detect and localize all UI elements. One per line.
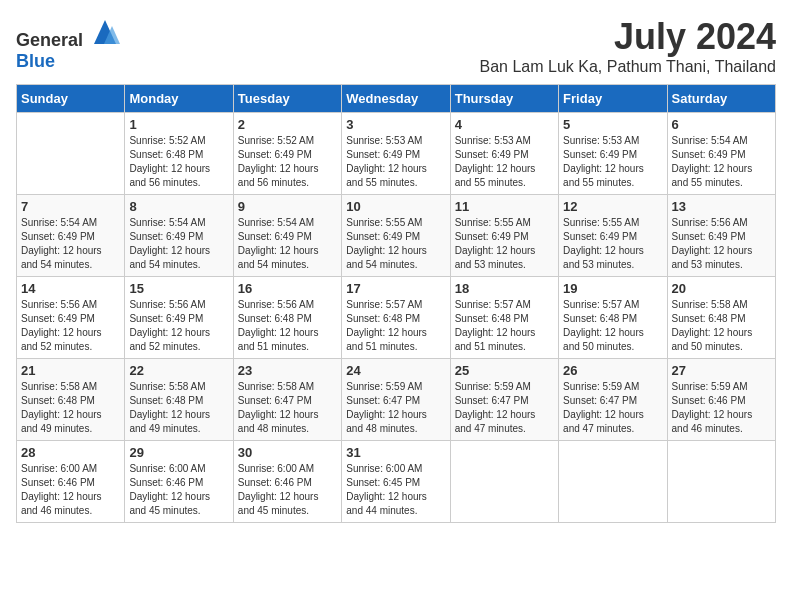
calendar-cell: 10Sunrise: 5:55 AM Sunset: 6:49 PM Dayli…	[342, 195, 450, 277]
day-info: Sunrise: 5:53 AM Sunset: 6:49 PM Dayligh…	[563, 134, 662, 190]
day-info: Sunrise: 5:53 AM Sunset: 6:49 PM Dayligh…	[346, 134, 445, 190]
logo-icon	[90, 16, 120, 46]
calendar-cell: 17Sunrise: 5:57 AM Sunset: 6:48 PM Dayli…	[342, 277, 450, 359]
day-info: Sunrise: 6:00 AM Sunset: 6:46 PM Dayligh…	[21, 462, 120, 518]
day-number: 20	[672, 281, 771, 296]
day-number: 21	[21, 363, 120, 378]
day-info: Sunrise: 5:59 AM Sunset: 6:47 PM Dayligh…	[346, 380, 445, 436]
day-info: Sunrise: 5:54 AM Sunset: 6:49 PM Dayligh…	[238, 216, 337, 272]
calendar-cell: 18Sunrise: 5:57 AM Sunset: 6:48 PM Dayli…	[450, 277, 558, 359]
calendar-cell: 8Sunrise: 5:54 AM Sunset: 6:49 PM Daylig…	[125, 195, 233, 277]
day-number: 29	[129, 445, 228, 460]
day-number: 13	[672, 199, 771, 214]
day-info: Sunrise: 5:59 AM Sunset: 6:47 PM Dayligh…	[455, 380, 554, 436]
day-number: 30	[238, 445, 337, 460]
day-info: Sunrise: 5:58 AM Sunset: 6:48 PM Dayligh…	[129, 380, 228, 436]
calendar-cell: 16Sunrise: 5:56 AM Sunset: 6:48 PM Dayli…	[233, 277, 341, 359]
day-number: 28	[21, 445, 120, 460]
day-info: Sunrise: 5:54 AM Sunset: 6:49 PM Dayligh…	[129, 216, 228, 272]
calendar-cell: 15Sunrise: 5:56 AM Sunset: 6:49 PM Dayli…	[125, 277, 233, 359]
calendar-table: SundayMondayTuesdayWednesdayThursdayFrid…	[16, 84, 776, 523]
logo: General Blue	[16, 16, 120, 72]
column-header-thursday: Thursday	[450, 85, 558, 113]
logo-blue-text: Blue	[16, 51, 55, 71]
calendar-cell	[667, 441, 775, 523]
day-number: 23	[238, 363, 337, 378]
calendar-cell: 27Sunrise: 5:59 AM Sunset: 6:46 PM Dayli…	[667, 359, 775, 441]
title-area: July 2024 Ban Lam Luk Ka, Pathum Thani, …	[480, 16, 776, 76]
day-info: Sunrise: 5:57 AM Sunset: 6:48 PM Dayligh…	[346, 298, 445, 354]
day-info: Sunrise: 6:00 AM Sunset: 6:45 PM Dayligh…	[346, 462, 445, 518]
calendar-cell: 31Sunrise: 6:00 AM Sunset: 6:45 PM Dayli…	[342, 441, 450, 523]
day-number: 25	[455, 363, 554, 378]
calendar-cell: 28Sunrise: 6:00 AM Sunset: 6:46 PM Dayli…	[17, 441, 125, 523]
column-header-monday: Monday	[125, 85, 233, 113]
day-info: Sunrise: 5:55 AM Sunset: 6:49 PM Dayligh…	[455, 216, 554, 272]
day-number: 7	[21, 199, 120, 214]
day-info: Sunrise: 6:00 AM Sunset: 6:46 PM Dayligh…	[129, 462, 228, 518]
day-number: 15	[129, 281, 228, 296]
calendar-cell	[559, 441, 667, 523]
calendar-cell: 6Sunrise: 5:54 AM Sunset: 6:49 PM Daylig…	[667, 113, 775, 195]
day-number: 3	[346, 117, 445, 132]
main-title: July 2024	[480, 16, 776, 58]
day-info: Sunrise: 5:56 AM Sunset: 6:48 PM Dayligh…	[238, 298, 337, 354]
day-info: Sunrise: 5:53 AM Sunset: 6:49 PM Dayligh…	[455, 134, 554, 190]
calendar-cell: 30Sunrise: 6:00 AM Sunset: 6:46 PM Dayli…	[233, 441, 341, 523]
calendar-cell: 11Sunrise: 5:55 AM Sunset: 6:49 PM Dayli…	[450, 195, 558, 277]
column-header-sunday: Sunday	[17, 85, 125, 113]
day-info: Sunrise: 5:57 AM Sunset: 6:48 PM Dayligh…	[563, 298, 662, 354]
day-info: Sunrise: 5:52 AM Sunset: 6:49 PM Dayligh…	[238, 134, 337, 190]
day-number: 17	[346, 281, 445, 296]
calendar-cell: 25Sunrise: 5:59 AM Sunset: 6:47 PM Dayli…	[450, 359, 558, 441]
day-info: Sunrise: 5:56 AM Sunset: 6:49 PM Dayligh…	[129, 298, 228, 354]
calendar-cell: 21Sunrise: 5:58 AM Sunset: 6:48 PM Dayli…	[17, 359, 125, 441]
day-info: Sunrise: 5:58 AM Sunset: 6:48 PM Dayligh…	[672, 298, 771, 354]
day-number: 4	[455, 117, 554, 132]
day-number: 10	[346, 199, 445, 214]
calendar-cell	[450, 441, 558, 523]
calendar-cell: 29Sunrise: 6:00 AM Sunset: 6:46 PM Dayli…	[125, 441, 233, 523]
column-header-friday: Friday	[559, 85, 667, 113]
column-header-wednesday: Wednesday	[342, 85, 450, 113]
logo-general-text: General	[16, 30, 83, 50]
day-number: 8	[129, 199, 228, 214]
calendar-cell: 20Sunrise: 5:58 AM Sunset: 6:48 PM Dayli…	[667, 277, 775, 359]
day-number: 19	[563, 281, 662, 296]
calendar-cell: 9Sunrise: 5:54 AM Sunset: 6:49 PM Daylig…	[233, 195, 341, 277]
day-number: 5	[563, 117, 662, 132]
calendar-cell: 26Sunrise: 5:59 AM Sunset: 6:47 PM Dayli…	[559, 359, 667, 441]
calendar-cell: 3Sunrise: 5:53 AM Sunset: 6:49 PM Daylig…	[342, 113, 450, 195]
day-info: Sunrise: 5:58 AM Sunset: 6:48 PM Dayligh…	[21, 380, 120, 436]
calendar-cell: 12Sunrise: 5:55 AM Sunset: 6:49 PM Dayli…	[559, 195, 667, 277]
day-number: 16	[238, 281, 337, 296]
day-info: Sunrise: 6:00 AM Sunset: 6:46 PM Dayligh…	[238, 462, 337, 518]
day-number: 2	[238, 117, 337, 132]
calendar-cell: 23Sunrise: 5:58 AM Sunset: 6:47 PM Dayli…	[233, 359, 341, 441]
calendar-cell: 4Sunrise: 5:53 AM Sunset: 6:49 PM Daylig…	[450, 113, 558, 195]
day-info: Sunrise: 5:59 AM Sunset: 6:46 PM Dayligh…	[672, 380, 771, 436]
day-info: Sunrise: 5:55 AM Sunset: 6:49 PM Dayligh…	[563, 216, 662, 272]
day-number: 14	[21, 281, 120, 296]
column-header-saturday: Saturday	[667, 85, 775, 113]
day-number: 12	[563, 199, 662, 214]
calendar-cell: 22Sunrise: 5:58 AM Sunset: 6:48 PM Dayli…	[125, 359, 233, 441]
day-info: Sunrise: 5:57 AM Sunset: 6:48 PM Dayligh…	[455, 298, 554, 354]
day-info: Sunrise: 5:58 AM Sunset: 6:47 PM Dayligh…	[238, 380, 337, 436]
calendar-cell: 2Sunrise: 5:52 AM Sunset: 6:49 PM Daylig…	[233, 113, 341, 195]
column-header-tuesday: Tuesday	[233, 85, 341, 113]
day-number: 6	[672, 117, 771, 132]
calendar-cell: 5Sunrise: 5:53 AM Sunset: 6:49 PM Daylig…	[559, 113, 667, 195]
calendar-cell: 24Sunrise: 5:59 AM Sunset: 6:47 PM Dayli…	[342, 359, 450, 441]
day-info: Sunrise: 5:56 AM Sunset: 6:49 PM Dayligh…	[21, 298, 120, 354]
calendar-cell: 14Sunrise: 5:56 AM Sunset: 6:49 PM Dayli…	[17, 277, 125, 359]
day-number: 27	[672, 363, 771, 378]
day-info: Sunrise: 5:59 AM Sunset: 6:47 PM Dayligh…	[563, 380, 662, 436]
day-number: 11	[455, 199, 554, 214]
day-info: Sunrise: 5:54 AM Sunset: 6:49 PM Dayligh…	[672, 134, 771, 190]
day-number: 22	[129, 363, 228, 378]
calendar-cell: 1Sunrise: 5:52 AM Sunset: 6:48 PM Daylig…	[125, 113, 233, 195]
day-number: 26	[563, 363, 662, 378]
header: General Blue July 2024 Ban Lam Luk Ka, P…	[16, 16, 776, 76]
calendar-cell	[17, 113, 125, 195]
